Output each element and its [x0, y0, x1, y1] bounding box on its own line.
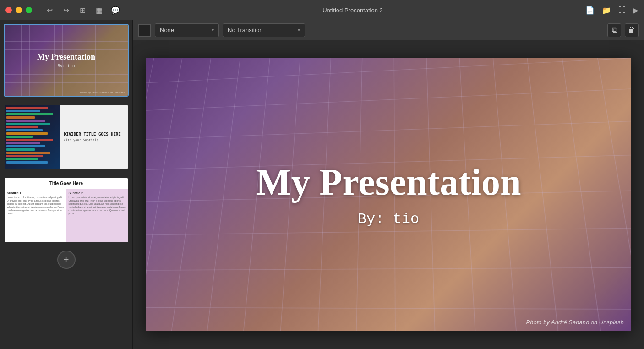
slide-3-col1-text: Lorem ipsum dolor sit amet, consectetur …: [7, 196, 64, 215]
slide-thumbnail-2[interactable]: DIVIDER TITLE GOES HERE With your Subtit…: [4, 104, 129, 170]
content-area: None ▾ No Transition ▾ ⧉ 🗑 My Presentati…: [133, 20, 644, 349]
slide-3-preview: Title Goes Here Subtitle 1 Lorem ipsum d…: [5, 178, 128, 242]
slide-3-col1-title: Subtitle 1: [7, 191, 64, 195]
titlebar-right-icons: 📄 📁 ⛶ ▶: [585, 6, 639, 15]
minimize-button[interactable]: [16, 7, 22, 13]
slide-main-title[interactable]: My Presentation: [256, 162, 521, 203]
color-swatch[interactable]: [138, 24, 151, 37]
transition-dropdown-arrow: ▾: [298, 27, 300, 33]
effect-dropdown-label: None: [160, 27, 174, 33]
fullscreen-icon[interactable]: ⛶: [618, 6, 626, 14]
copy-icon: ⧉: [612, 26, 617, 34]
slide-2-left: [5, 105, 60, 169]
slide-2-preview: DIVIDER TITLE GOES HERE With your Subtit…: [5, 105, 128, 169]
slide-thumbnail-1[interactable]: My Presentation By: tio Photo by André S…: [4, 24, 129, 97]
slide-3-col2: Subtitle 2 Lorem ipsum dolor sit amet, c…: [66, 189, 128, 242]
slide-3-col1: Subtitle 1 Lorem ipsum dolor sit amet, c…: [5, 189, 66, 242]
slide-2-divider-title: DIVIDER TITLE GOES HERE: [64, 132, 124, 137]
document-icon[interactable]: 📄: [585, 6, 595, 15]
effect-dropdown-arrow: ▾: [212, 27, 214, 33]
slide-3-body: Subtitle 1 Lorem ipsum dolor sit amet, c…: [5, 189, 128, 242]
play-button[interactable]: ▶: [633, 6, 639, 15]
add-slide-button[interactable]: +: [57, 251, 76, 269]
slide-thumbnail-3[interactable]: Title Goes Here Subtitle 1 Lorem ipsum d…: [4, 177, 129, 243]
slide-photo-credit: Photo by André Sanano on Unsplash: [526, 319, 624, 326]
slide-content: My Presentation By: tio: [146, 58, 631, 331]
slide-2-subtitle: With your Subtitle: [64, 138, 124, 142]
slide-1-credit: Photo by André Sanano on Unsplash: [80, 91, 125, 94]
redo-button[interactable]: ↪: [61, 5, 71, 15]
titlebar-toolbar: ↩ ↪ ⊞ ▦ 💬: [45, 5, 120, 15]
slide-1-preview: My Presentation By: tio Photo by André S…: [5, 25, 128, 96]
slide-3-col2-text: Lorem ipsum dolor sit amet, consectetur …: [69, 196, 126, 215]
slide-canvas-wrapper: My Presentation By: tio Photo by André S…: [133, 40, 644, 349]
table-button[interactable]: ▦: [94, 5, 104, 15]
window-title: Untitled Presentation 2: [124, 7, 582, 14]
slide-2-right: DIVIDER TITLE GOES HERE With your Subtit…: [60, 105, 128, 169]
copy-slide-button[interactable]: ⧉: [607, 23, 621, 37]
effect-dropdown[interactable]: None ▾: [155, 23, 219, 37]
transition-dropdown[interactable]: No Transition ▾: [223, 23, 305, 37]
slide-3-header: Title Goes Here: [5, 178, 128, 189]
traffic-lights: [5, 7, 32, 13]
chat-button[interactable]: 💬: [111, 5, 120, 15]
slide-2-code: [5, 105, 60, 169]
delete-icon: 🗑: [628, 26, 635, 34]
close-button[interactable]: [5, 7, 12, 13]
maximize-button[interactable]: [26, 7, 32, 13]
slide-panel: My Presentation By: tio Photo by André S…: [0, 20, 133, 349]
slide-1-by: By: tio: [58, 64, 75, 68]
undo-button[interactable]: ↩: [45, 5, 54, 15]
folder-icon[interactable]: 📁: [602, 6, 611, 15]
delete-slide-button[interactable]: 🗑: [625, 23, 639, 37]
slide-3-col2-title: Subtitle 2: [69, 191, 126, 195]
main-layout: My Presentation By: tio Photo by André S…: [0, 20, 644, 349]
grid-view-button[interactable]: ⊞: [78, 5, 87, 15]
titlebar: ↩ ↪ ⊞ ▦ 💬 Untitled Presentation 2 📄 📁 ⛶ …: [0, 0, 644, 20]
slide-canvas: My Presentation By: tio Photo by André S…: [146, 58, 631, 331]
slide-1-title: My Presentation: [37, 52, 95, 62]
slide-by-text[interactable]: By: tio: [358, 211, 419, 228]
transition-toolbar: None ▾ No Transition ▾ ⧉ 🗑: [133, 20, 644, 40]
transition-dropdown-label: No Transition: [228, 27, 263, 33]
